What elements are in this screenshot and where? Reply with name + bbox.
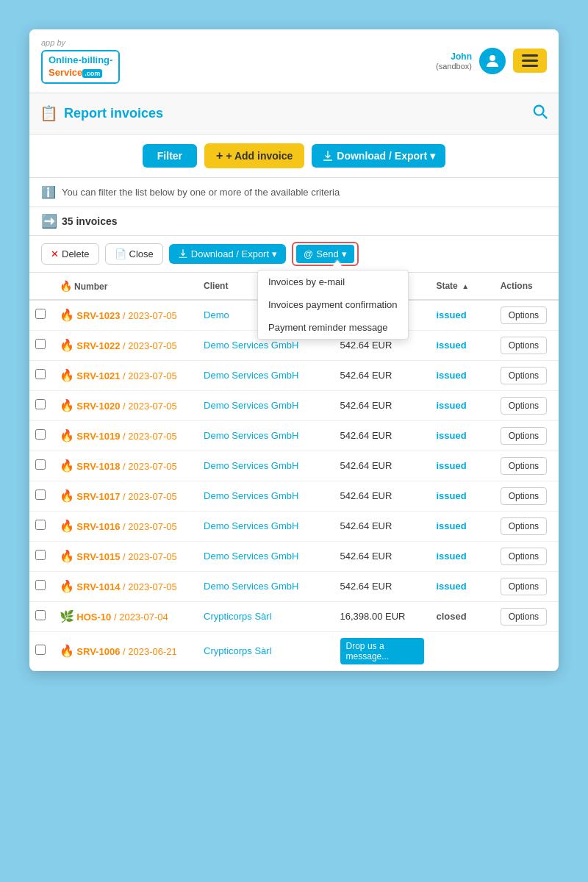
th-checkbox — [29, 273, 54, 300]
client-link[interactable]: Demo Services GmbH — [204, 460, 298, 471]
row-checkbox[interactable] — [35, 339, 46, 349]
row-checkbox[interactable] — [35, 610, 46, 620]
invoice-state: issued — [436, 370, 466, 381]
row-icon: 🔥 — [60, 459, 74, 472]
download-sm-button[interactable]: Download / Export ▾ — [169, 244, 286, 264]
invoice-state: issued — [436, 490, 466, 501]
svg-point-1 — [534, 106, 544, 115]
client-link[interactable]: Demo Services GmbH — [204, 430, 298, 441]
client-link[interactable]: Demo Services GmbH — [204, 581, 298, 592]
row-icon: 🔥 — [60, 399, 74, 412]
invoice-number: SRV-1018 — [76, 461, 120, 472]
row-icon: 🌿 — [60, 610, 74, 623]
options-button[interactable]: Options — [501, 427, 547, 445]
table-row: 🔥 SRV-1017 / 2023-07-05Demo Services Gmb… — [29, 481, 559, 511]
invoice-date: 2023-07-05 — [128, 521, 177, 532]
row-checkbox[interactable] — [35, 459, 46, 470]
client-link[interactable]: Demo — [204, 309, 229, 320]
filter-button[interactable]: Filter — [143, 144, 197, 168]
th-state: State ▲ — [430, 273, 494, 300]
options-button[interactable]: Options — [501, 397, 547, 415]
row-checkbox[interactable] — [35, 369, 46, 379]
svg-line-2 — [542, 114, 547, 118]
add-invoice-label: + Add invoice — [226, 150, 293, 162]
options-button[interactable]: Options — [501, 487, 547, 505]
row-checkbox[interactable] — [35, 309, 46, 319]
table-row: 🔥 SRV-1021 / 2023-07-05Demo Services Gmb… — [29, 360, 559, 390]
download-sm-label: Download / Export — [191, 248, 269, 259]
user-info: John (sandbox) — [436, 51, 472, 71]
client-link[interactable]: Crypticorps Sàrl — [204, 611, 271, 622]
dropdown-item-email[interactable]: Invoices by e-mail — [258, 270, 408, 293]
options-button[interactable]: Options — [501, 517, 547, 535]
hamburger-button[interactable] — [513, 49, 547, 73]
app-window: app by Online-billing-Service.com John (… — [29, 29, 559, 671]
table-row: 🔥 SRV-1006 / 2023-06-21Crypticorps SàrlD… — [29, 631, 559, 670]
state-sort-icon: ▲ — [462, 282, 469, 290]
client-link[interactable]: Demo Services GmbH — [204, 340, 298, 351]
options-button[interactable]: Options — [501, 306, 547, 324]
table-row: 🔥 SRV-1014 / 2023-07-05Demo Services Gmb… — [29, 571, 559, 601]
row-checkbox[interactable] — [35, 490, 46, 500]
title-bar: 📋 Report invoices — [29, 93, 559, 135]
row-checkbox[interactable] — [35, 520, 46, 530]
invoice-number: SRV-1017 — [76, 491, 120, 502]
th-number: 🔥 Number — [54, 273, 198, 300]
delete-button[interactable]: ✕ Delete — [41, 243, 99, 265]
dropdown-item-reminder[interactable]: Payment reminder message — [258, 316, 408, 339]
invoice-number: SRV-1023 — [76, 310, 120, 321]
row-checkbox[interactable] — [35, 429, 46, 440]
header: app by Online-billing-Service.com John (… — [29, 29, 559, 93]
table-row: 🔥 SRV-1019 / 2023-07-05Demo Services Gmb… — [29, 420, 559, 451]
table-row: 🔥 SRV-1015 / 2023-07-05Demo Services Gmb… — [29, 541, 559, 571]
arrow-icon: ➡️ — [41, 213, 57, 229]
client-link[interactable]: Demo Services GmbH — [204, 551, 298, 562]
chevron-down-sm-icon: ▾ — [272, 248, 277, 259]
info-icon: ℹ️ — [41, 185, 56, 199]
invoice-date: 2023-07-05 — [128, 401, 177, 412]
x-icon: ✕ — [51, 248, 59, 259]
search-button[interactable] — [532, 104, 548, 123]
overlay-message: Drop us a message... — [340, 638, 425, 664]
client-link[interactable]: Demo Services GmbH — [204, 400, 298, 411]
row-checkbox[interactable] — [35, 399, 46, 409]
invoice-number: HOS-10 — [76, 612, 111, 623]
row-icon: 🔥 — [60, 520, 74, 532]
download-sm-icon — [178, 248, 188, 259]
options-button[interactable]: Options — [501, 578, 547, 595]
options-button[interactable]: Options — [501, 548, 547, 565]
send-area: @ Send ▾ — [292, 242, 359, 266]
client-link[interactable]: Demo Services GmbH — [204, 490, 298, 501]
options-button[interactable]: Options — [501, 337, 547, 354]
row-icon: 🔥 — [60, 580, 74, 592]
row-checkbox[interactable] — [35, 580, 46, 590]
info-bar: ℹ️ You can filter the list below by one … — [29, 178, 559, 207]
invoice-state: issued — [436, 340, 466, 351]
client-link[interactable]: Demo Services GmbH — [204, 370, 298, 381]
table-row: 🔥 SRV-1016 / 2023-07-05Demo Services Gmb… — [29, 511, 559, 541]
invoice-number: SRV-1006 — [76, 646, 120, 657]
row-checkbox[interactable] — [35, 550, 46, 560]
dropdown-item-confirmation[interactable]: Invoices payment confirmation — [258, 293, 408, 316]
close-invoice-button[interactable]: 📄 Close — [105, 243, 163, 265]
client-link[interactable]: Demo Services GmbH — [204, 520, 298, 531]
invoice-number: SRV-1021 — [76, 370, 120, 381]
invoice-date: 2023-06-21 — [128, 646, 177, 657]
client-link[interactable]: Crypticorps Sàrl — [204, 645, 271, 656]
row-icon: 🔥 — [60, 550, 74, 562]
header-left: app by Online-billing-Service.com — [41, 38, 120, 84]
row-checkbox[interactable] — [35, 645, 46, 655]
table-body: 🔥 SRV-1023 / 2023-07-05Demo542.64 EURiss… — [29, 300, 559, 671]
user-name: John — [451, 51, 472, 62]
options-button[interactable]: Options — [501, 608, 547, 625]
svg-point-0 — [490, 55, 495, 61]
options-button[interactable]: Options — [501, 457, 547, 475]
send-button[interactable]: @ Send ▾ — [296, 245, 354, 263]
invoice-amount: 542.64 EUR — [340, 340, 392, 351]
add-invoice-button[interactable]: + + Add invoice — [204, 143, 304, 168]
close-label: Close — [129, 248, 154, 259]
download-export-button[interactable]: Download / Export ▾ — [312, 144, 445, 168]
invoice-amount: 542.64 EUR — [340, 430, 392, 441]
options-button[interactable]: Options — [501, 367, 547, 384]
send-dropdown-menu: Invoices by e-mail Invoices payment conf… — [257, 270, 409, 340]
